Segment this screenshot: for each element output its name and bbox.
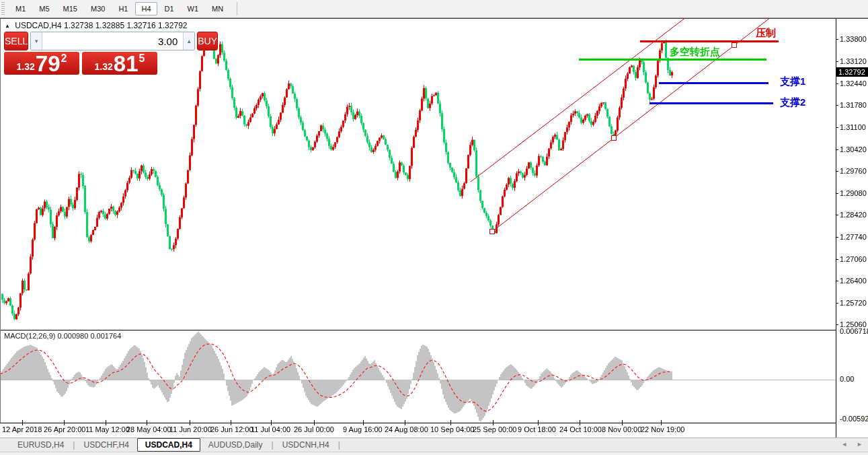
price-tick-mark xyxy=(836,149,838,150)
timeframe-button-w1[interactable]: W1 xyxy=(182,2,205,15)
time-tick-mark xyxy=(538,420,539,425)
buy-price-prefix: 1.32 xyxy=(95,61,113,72)
time-tick-mark xyxy=(271,420,272,425)
tab-separator: | xyxy=(338,440,341,450)
time-tick-mark xyxy=(231,420,231,425)
macd-timeaxis-separator xyxy=(0,423,836,423)
chart-tab-usdcad-h4[interactable]: USDCAD,H4 xyxy=(137,438,200,452)
support1-line[interactable] xyxy=(659,82,768,84)
resistance-label: 压制 xyxy=(756,27,776,40)
one-click-trade-panel: SELL ▼ ▲ BUY 1.32 79 2 1.32 81 5 xyxy=(4,32,157,75)
buy-button[interactable]: BUY xyxy=(197,32,218,50)
time-tick-label: 9 Oct 18:00 xyxy=(518,425,556,433)
price-tick-label: 1.25720 xyxy=(840,299,867,307)
price-tick-mark xyxy=(836,193,838,194)
time-tick-mark xyxy=(363,420,364,425)
buy-price-big: 81 xyxy=(114,54,139,74)
macd-axis-zero: 0.00 xyxy=(840,375,854,383)
price-tick-mark xyxy=(836,39,838,40)
time-tick-label: 26 Jun 12:00 xyxy=(210,425,253,433)
toolbar-grip-handle[interactable] xyxy=(1,2,5,15)
price-tick-mark xyxy=(836,61,838,62)
time-tick-mark xyxy=(622,420,623,425)
price-tick-label: 1.30420 xyxy=(840,145,867,153)
price-tick-label: 1.29760 xyxy=(840,167,867,175)
timeframe-button-m5[interactable]: M5 xyxy=(33,2,55,15)
price-tick-mark xyxy=(836,171,838,172)
tab-scrollbar: ◄ ► xyxy=(841,441,863,448)
support1-label: 支撑1 xyxy=(780,75,805,88)
price-tick-mark xyxy=(836,127,838,128)
timeframe-button-m1[interactable]: M1 xyxy=(9,2,32,15)
macd-axis-top: 0.006718 xyxy=(840,327,868,335)
buy-price-pip: 5 xyxy=(139,53,145,65)
timeframe-button-mn[interactable]: MN xyxy=(206,2,229,15)
time-tick-label: 22 Nov 19:00 xyxy=(641,425,684,433)
time-tick-mark xyxy=(106,420,106,425)
tab-scroll-right-icon[interactable]: ► xyxy=(857,441,863,448)
price-tick-label: 1.26400 xyxy=(840,277,867,285)
timeframe-button-h4[interactable]: H4 xyxy=(135,2,157,15)
support2-line[interactable] xyxy=(649,102,773,104)
resistance-line[interactable] xyxy=(640,40,779,42)
time-tick-label: 8 Nov 00:00 xyxy=(602,425,641,433)
time-tick-mark xyxy=(314,420,315,425)
time-tick-label: 10 Sep 04:00 xyxy=(430,425,474,433)
time-tick-label: 24 Aug 08:00 xyxy=(385,425,428,433)
time-tick-label: 26 Apr 20:00 xyxy=(44,425,85,433)
price-tick-mark xyxy=(836,105,838,106)
timeframe-button-h1[interactable]: H1 xyxy=(112,2,134,15)
buy-price-display[interactable]: 1.32 81 5 xyxy=(82,52,157,75)
time-tick-mark xyxy=(661,420,662,425)
sell-price-display[interactable]: 1.32 79 2 xyxy=(4,52,79,75)
price-tick-mark xyxy=(836,303,838,304)
price-tick-mark xyxy=(836,215,838,215)
bottom-strip xyxy=(0,452,868,455)
price-macd-separator xyxy=(0,330,836,330)
price-tick-label: 1.28420 xyxy=(840,211,867,219)
time-tick-mark xyxy=(64,420,65,425)
volume-input[interactable] xyxy=(42,32,183,50)
time-tick-label: 12 Apr 2018 xyxy=(2,425,42,433)
chart-tab-audusd-daily[interactable]: AUDUSD,Daily xyxy=(200,439,271,451)
pivot-line[interactable] xyxy=(579,59,766,61)
price-tick-mark xyxy=(836,237,838,238)
axis-vertical-separator xyxy=(836,19,836,438)
support2-label: 支撑2 xyxy=(780,96,805,109)
chart-left-border xyxy=(0,19,1,423)
price-tick-label: 1.33800 xyxy=(840,35,867,43)
sell-price-prefix: 1.32 xyxy=(17,61,35,72)
symbol-timeframe-label: USDCAD,H4 xyxy=(15,21,61,30)
timeframe-button-m15[interactable]: M15 xyxy=(57,2,83,15)
price-tick-label: 1.31100 xyxy=(840,123,866,131)
price-tick-label: 1.27060 xyxy=(840,255,867,263)
timeframe-button-d1[interactable]: D1 xyxy=(159,2,180,15)
timeframe-toolbar: M1M5M15M30H1H4D1W1MN xyxy=(0,0,868,18)
collapse-triangle-icon[interactable]: ▲ xyxy=(5,23,10,29)
tab-scroll-left-icon[interactable]: ◄ xyxy=(841,441,847,448)
volume-increase-icon[interactable]: ▲ xyxy=(183,32,194,50)
sell-price-big: 79 xyxy=(36,54,61,74)
price-tick-label: 1.32440 xyxy=(840,79,867,88)
volume-decrease-icon[interactable]: ▼ xyxy=(31,32,42,50)
chart-tab-usdchf-h4[interactable]: USDCHF,H4 xyxy=(75,439,136,451)
price-tick-mark xyxy=(836,259,838,260)
ohlc-values: 1.32738 1.32885 1.32716 1.32792 xyxy=(64,21,188,30)
time-tick-label: 26 Jul 00:00 xyxy=(294,425,334,433)
price-tick-label: 1.31780 xyxy=(840,101,867,109)
macd-indicator-canvas[interactable] xyxy=(0,330,836,423)
chart-tab-eurusd-h4[interactable]: EURUSD,H4 xyxy=(9,439,72,451)
time-tick-label: 25 Sep 00:00 xyxy=(473,425,516,433)
chart-tab-usdcnh-h4[interactable]: USDCNH,H4 xyxy=(274,439,338,451)
price-tick-mark xyxy=(836,83,838,84)
price-tick-label: 1.27740 xyxy=(840,233,867,241)
sell-button[interactable]: SELL xyxy=(4,32,28,50)
price-tick-label: 1.33120 xyxy=(840,57,867,65)
time-tick-mark xyxy=(147,420,147,425)
chart-title: ▲ USDCAD,H4 1.32738 1.32885 1.32716 1.32… xyxy=(5,21,187,30)
time-tick-label: 11 Jul 04:00 xyxy=(251,425,290,433)
time-tick-label: 11 May 12:00 xyxy=(85,425,130,433)
time-tick-label: 28 May 04:00 xyxy=(126,425,171,433)
timeframe-button-m30[interactable]: M30 xyxy=(85,2,111,15)
time-tick-label: 24 Oct 10:00 xyxy=(559,425,602,433)
